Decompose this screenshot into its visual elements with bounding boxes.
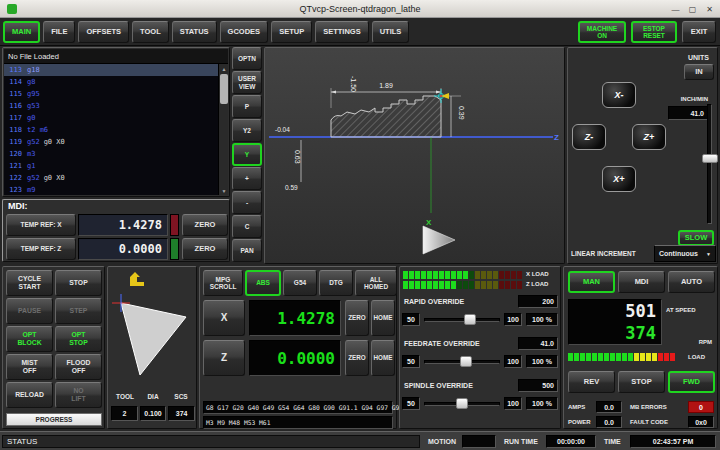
slider-handle[interactable] [464, 314, 476, 325]
slider-handle[interactable] [702, 154, 718, 163]
tab-status[interactable]: STATUS [172, 21, 217, 43]
zero-z-button[interactable]: ZERO [182, 238, 228, 260]
gcode-line[interactable]: 114g8 [4, 76, 228, 88]
reload-button[interactable]: RELOAD [6, 382, 53, 408]
tool-scs-value: 374 [168, 406, 195, 421]
home-z-button[interactable]: HOME [371, 340, 395, 376]
zero-z-dro-button[interactable]: ZERO [345, 340, 369, 376]
toolpath-view[interactable]: 1.89 -1.50 0.39 -0.04 0.63 0.59 Z X [265, 48, 564, 263]
man-mode-button[interactable]: MAN [568, 271, 615, 293]
view-y2-button[interactable]: Y2 [232, 119, 262, 142]
all-homed-button[interactable]: ALL HOMED [355, 270, 397, 296]
view-user-view-button[interactable]: USER VIEW [232, 71, 262, 94]
tab-tool[interactable]: TOOL [132, 21, 169, 43]
no-lift-button[interactable]: NO LIFT [55, 382, 102, 408]
scrollbar-thumb[interactable] [220, 74, 228, 104]
meter-segment [439, 271, 444, 279]
tab-gcodes[interactable]: GCODES [220, 21, 269, 43]
jog-rate-slider[interactable] [702, 104, 718, 224]
gcode-line[interactable]: 117g0 [4, 112, 228, 124]
exit-button[interactable]: EXIT [682, 21, 716, 43]
estop-reset-button[interactable]: ESTOP RESET [631, 21, 677, 43]
gcode-line[interactable]: 122g52g0 X0 [4, 172, 228, 184]
jog-z-plus-button[interactable]: Z+ [632, 124, 666, 150]
opt-stop-button[interactable]: OPT STOP [55, 326, 102, 352]
rapid-override-slider[interactable] [424, 313, 500, 326]
slow-button[interactable]: SLOW [678, 230, 714, 246]
axis-x-button[interactable]: X [203, 300, 245, 336]
tab-settings[interactable]: SETTINGS [315, 21, 369, 43]
opt-block-button[interactable]: OPT BLOCK [6, 326, 53, 352]
spindle-fwd-button[interactable]: FWD [668, 371, 715, 393]
gcode-lines: 113g18114g8115g95116g53117g0118t2 m6119g… [4, 64, 228, 195]
view-c-button[interactable]: C [232, 215, 262, 238]
maximize-button[interactable]: ▢ [686, 3, 699, 15]
dtg-button[interactable]: DTG [319, 270, 353, 296]
spindle-stop-button[interactable]: STOP [618, 371, 665, 393]
zero-x-button[interactable]: ZERO [182, 214, 228, 236]
tab-utils[interactable]: UTILS [372, 21, 410, 43]
axis-z-button[interactable]: Z [203, 340, 245, 376]
tab-main[interactable]: MAIN [3, 21, 40, 43]
feedrate-override-slider[interactable] [424, 355, 500, 368]
stop-button[interactable]: STOP [55, 270, 102, 296]
view-pan-button[interactable]: PAN [232, 239, 262, 262]
gcode-scrollbar[interactable]: ▲ ▼ [218, 64, 228, 195]
tab-setup[interactable]: SETUP [271, 21, 312, 43]
machine-on-button[interactable]: MACHINE ON [578, 21, 626, 43]
close-button[interactable]: ✕ [703, 3, 716, 15]
tab-file[interactable]: FILE [43, 21, 75, 43]
jog-x-plus-button[interactable]: X+ [602, 166, 636, 192]
auto-mode-button[interactable]: AUTO [668, 271, 715, 293]
meter-segment [517, 271, 522, 279]
view-optn-button[interactable]: OPTN [232, 47, 262, 70]
spindle-override-slider[interactable] [424, 397, 500, 410]
gcode-line[interactable]: 113g18 [4, 64, 228, 76]
gcode-line[interactable]: 116g53 [4, 100, 228, 112]
cycle-start-button[interactable]: CYCLE START [6, 270, 53, 296]
spindle-rev-button[interactable]: REV [568, 371, 615, 393]
mpg-scroll-button[interactable]: MPG SCROLL [203, 270, 243, 296]
spindle-actual-rpm: 501 [569, 300, 661, 322]
scroll-up-icon[interactable]: ▲ [219, 64, 228, 73]
flood-off-button[interactable]: FLOOD OFF [55, 354, 102, 380]
slider-handle[interactable] [460, 356, 472, 367]
abs-button[interactable]: ABS [245, 270, 281, 296]
load-label: LOAD [688, 354, 705, 360]
scroll-down-icon[interactable]: ▼ [219, 186, 228, 195]
view---button[interactable]: - [232, 191, 262, 214]
meter-segment [574, 353, 579, 361]
gcode-line[interactable]: 119g52g0 X0 [4, 136, 228, 148]
home-x-button[interactable]: HOME [371, 300, 395, 336]
gcode-line[interactable]: 118t2 m6 [4, 124, 228, 136]
mist-off-button[interactable]: MIST OFF [6, 354, 53, 380]
minimize-button[interactable]: — [669, 3, 682, 15]
meter-segment [499, 271, 504, 279]
mdi-mode-button[interactable]: MDI [618, 271, 665, 293]
g54-button[interactable]: G54 [283, 270, 317, 296]
spindle-panel: MANMDIAUTO 501 374 AT SPEED RPM LOAD REV… [563, 266, 718, 429]
jog-z-minus-button[interactable]: Z- [572, 124, 606, 150]
linear-increment-label: LINEAR INCREMENT [571, 250, 636, 257]
pause-button[interactable]: PAUSE [6, 298, 53, 324]
increment-combobox[interactable]: Continuous ▼ [654, 245, 716, 262]
tab-offsets[interactable]: OFFSETS [78, 21, 129, 43]
zero-x-dro-button[interactable]: ZERO [345, 300, 369, 336]
gcode-line[interactable]: 123m9 [4, 184, 228, 195]
view-p-button[interactable]: P [232, 95, 262, 118]
step-button[interactable]: STEP [55, 298, 102, 324]
meter-segment [568, 353, 573, 361]
view-+-button[interactable]: + [232, 167, 262, 190]
units-in-button[interactable]: IN [684, 64, 714, 80]
gcode-line[interactable]: 120m3 [4, 148, 228, 160]
slider-handle[interactable] [456, 398, 468, 409]
gcode-listing[interactable]: 113g18114g8115g95116g53117g0118t2 m6119g… [4, 64, 228, 195]
gcode-line[interactable]: 115g95 [4, 88, 228, 100]
gcode-line[interactable]: 121g1 [4, 160, 228, 172]
meter-segment [628, 353, 633, 361]
status-bar: STATUS MOTION RUN TIME 00:00:00 TIME 02:… [0, 431, 720, 450]
amps-label: AMPS [568, 404, 585, 410]
jog-x-minus-button[interactable]: X- [602, 82, 636, 108]
view-y-button[interactable]: Y [232, 143, 262, 166]
gremlin-preview-panel[interactable]: 1.89 -1.50 0.39 -0.04 0.63 0.59 Z X [264, 47, 565, 264]
